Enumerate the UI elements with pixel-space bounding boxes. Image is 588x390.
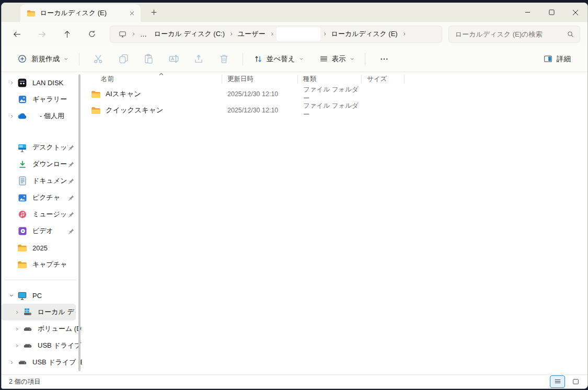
rename-button[interactable] bbox=[167, 52, 180, 66]
view-button-label: 表示 bbox=[332, 54, 346, 64]
split-panel-icon bbox=[544, 55, 552, 63]
chevron-right-icon[interactable] bbox=[11, 309, 22, 315]
local-disk-icon bbox=[22, 307, 32, 317]
tab-title: ローカルディスク (E) bbox=[40, 8, 126, 18]
sidebar-item-pictures[interactable]: ピクチャ bbox=[2, 189, 82, 206]
sidebar-item-documents[interactable]: ドキュメント bbox=[2, 173, 82, 189]
sidebar-scrollbar[interactable] bbox=[78, 74, 80, 371]
sidebar-item-2025[interactable]: 2025 bbox=[2, 239, 82, 256]
details-pane-label: 詳細 bbox=[557, 54, 571, 64]
new-tab-button[interactable] bbox=[147, 6, 160, 19]
sidebar-item-music[interactable]: ミュージック bbox=[2, 206, 82, 223]
folder-icon bbox=[17, 243, 27, 253]
view-button[interactable]: 表示 bbox=[315, 51, 359, 67]
up-button[interactable] bbox=[58, 25, 76, 43]
toolbar-divider bbox=[243, 53, 243, 65]
copy-button[interactable] bbox=[117, 52, 130, 66]
item-count: 2 個の項目 bbox=[9, 377, 41, 386]
chevron-right-icon bbox=[322, 31, 327, 37]
chevron-right-icon[interactable] bbox=[6, 113, 17, 119]
sidebar-item-onedrive-personal[interactable]: - 個人用 bbox=[2, 108, 82, 124]
folder-icon bbox=[17, 260, 27, 270]
back-button[interactable] bbox=[8, 25, 26, 43]
cut-button[interactable] bbox=[91, 52, 105, 66]
column-header-type[interactable]: 種類 bbox=[298, 75, 362, 84]
sidebar-item-desktop[interactable]: デスクトップ bbox=[2, 139, 82, 156]
file-type: ファイル フォルダー bbox=[298, 85, 362, 103]
status-bar: 2 個の項目 bbox=[2, 374, 587, 388]
breadcrumb-drive-e[interactable]: ローカルディスク (E) bbox=[328, 28, 401, 40]
file-row[interactable]: AIスキャン 2025/12/30 12:10 ファイル フォルダー bbox=[82, 87, 587, 101]
pin-icon bbox=[68, 228, 75, 235]
chevron-right-icon bbox=[229, 31, 234, 37]
sidebar-item-gallery[interactable]: ギャラリー bbox=[2, 91, 82, 108]
chevron-right-icon[interactable] bbox=[6, 80, 17, 86]
column-header-name[interactable]: 名前 bbox=[82, 75, 222, 84]
this-pc-icon[interactable] bbox=[114, 29, 131, 39]
chevron-right-icon[interactable] bbox=[6, 360, 17, 365]
chevron-down-icon bbox=[64, 56, 68, 61]
sidebar-item-pc[interactable]: PC bbox=[2, 287, 82, 304]
close-button[interactable] bbox=[563, 3, 587, 22]
sidebar-item-downloads[interactable]: ダウンロード bbox=[2, 156, 82, 173]
thumbnails-view-button[interactable] bbox=[568, 375, 583, 388]
main-area: LAN DISK ギャラリー - 個人用 デスクトップ bbox=[2, 72, 587, 374]
column-header-size[interactable]: サイズ bbox=[362, 75, 405, 84]
details-pane-button[interactable]: 詳細 bbox=[539, 51, 575, 67]
sidebar-item-capture[interactable]: キャプチャ bbox=[2, 256, 82, 273]
more-options-button[interactable] bbox=[377, 52, 391, 66]
address-bar[interactable]: … ローカル ディスク (C:) ユーザー ローカルディスク (E) bbox=[110, 26, 442, 43]
drive-icon bbox=[17, 358, 27, 368]
folder-icon bbox=[91, 106, 101, 114]
breadcrumb-drive-c[interactable]: ローカル ディスク (C:) bbox=[151, 28, 228, 40]
sort-icon bbox=[253, 54, 263, 64]
music-icon bbox=[17, 210, 27, 220]
breadcrumb-redacted-segment[interactable] bbox=[276, 27, 320, 41]
details-view-icon bbox=[554, 378, 561, 385]
column-header-modified[interactable]: 更新日時 bbox=[222, 75, 298, 84]
chevron-right-icon[interactable] bbox=[11, 343, 22, 349]
refresh-button[interactable] bbox=[83, 25, 101, 43]
breadcrumb-ellipsis[interactable]: … bbox=[136, 29, 151, 39]
new-button-label: 新規作成 bbox=[31, 54, 60, 64]
chevron-down-icon[interactable] bbox=[6, 293, 17, 298]
command-bar: 新規作成 並べ替え bbox=[2, 46, 587, 72]
details-view-button[interactable] bbox=[550, 375, 565, 388]
sort-button[interactable]: 並べ替え bbox=[249, 51, 308, 67]
forward-button[interactable] bbox=[33, 25, 51, 43]
search-box[interactable] bbox=[448, 26, 580, 43]
view-list-icon bbox=[319, 54, 328, 63]
more-icon bbox=[380, 55, 388, 63]
file-type: ファイル フォルダー bbox=[298, 101, 362, 119]
sidebar-item-volume-d[interactable]: ボリューム (D:) bbox=[2, 320, 82, 337]
sidebar-item-lan-disk[interactable]: LAN DISK bbox=[2, 74, 82, 91]
explorer-tab[interactable]: ローカルディスク (E) bbox=[20, 4, 141, 22]
tab-close-button[interactable] bbox=[126, 7, 137, 19]
new-button[interactable]: 新規作成 bbox=[13, 51, 73, 67]
drive-icon bbox=[22, 341, 32, 351]
breadcrumb-users[interactable]: ユーザー bbox=[234, 28, 269, 40]
folder-icon bbox=[91, 90, 101, 98]
chevron-right-icon bbox=[131, 31, 136, 37]
share-button[interactable] bbox=[192, 52, 205, 66]
downloads-icon bbox=[17, 159, 27, 169]
search-input[interactable] bbox=[454, 30, 567, 39]
sidebar-item-usb-drive-e-root[interactable]: USB ドライブ (E:) bbox=[2, 354, 82, 371]
navigation-bar: … ローカル ディスク (C:) ユーザー ローカルディスク (E) bbox=[2, 22, 587, 46]
paste-button[interactable] bbox=[142, 52, 155, 66]
maximize-button[interactable] bbox=[539, 3, 563, 22]
sidebar-item-usb-drive-e[interactable]: USB ドライブ (E:) bbox=[2, 337, 82, 354]
delete-button[interactable] bbox=[217, 52, 230, 66]
file-name: AIスキャン bbox=[106, 89, 141, 99]
file-row[interactable]: クイックスキャン 2025/12/30 12:10 ファイル フォルダー bbox=[82, 103, 587, 118]
minimize-button[interactable] bbox=[515, 3, 539, 22]
pc-monitor-icon bbox=[17, 291, 27, 301]
sidebar-item-local-disk-c[interactable]: ローカル ディスク bbox=[2, 304, 76, 320]
chevron-down-icon bbox=[299, 56, 304, 61]
search-icon[interactable] bbox=[567, 30, 574, 38]
desktop-icon bbox=[17, 143, 27, 153]
sidebar-item-videos[interactable]: ビデオ bbox=[2, 223, 82, 239]
chevron-right-icon[interactable] bbox=[11, 326, 22, 332]
pin-icon bbox=[68, 178, 75, 185]
sort-ascending-caret-icon bbox=[158, 72, 164, 76]
